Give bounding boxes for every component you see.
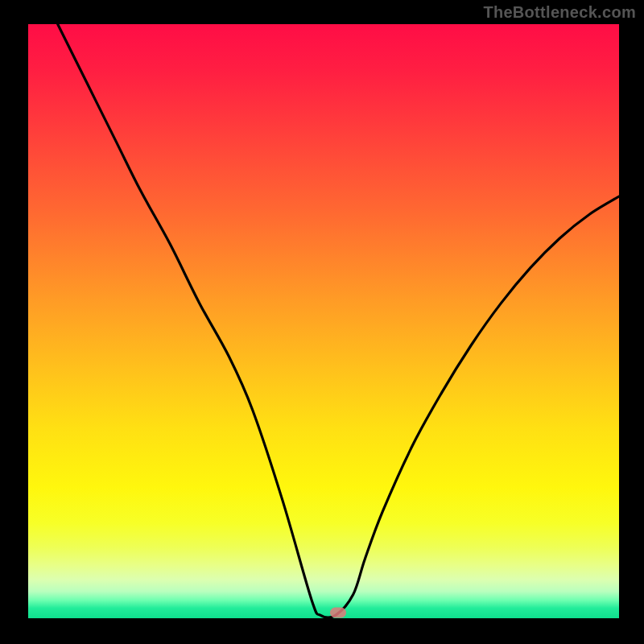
watermark-text: TheBottleneck.com <box>483 3 636 22</box>
bottleneck-curve <box>28 24 619 618</box>
chart-frame: TheBottleneck.com <box>0 0 644 644</box>
optimal-marker <box>330 607 346 617</box>
plot-area <box>28 24 619 618</box>
